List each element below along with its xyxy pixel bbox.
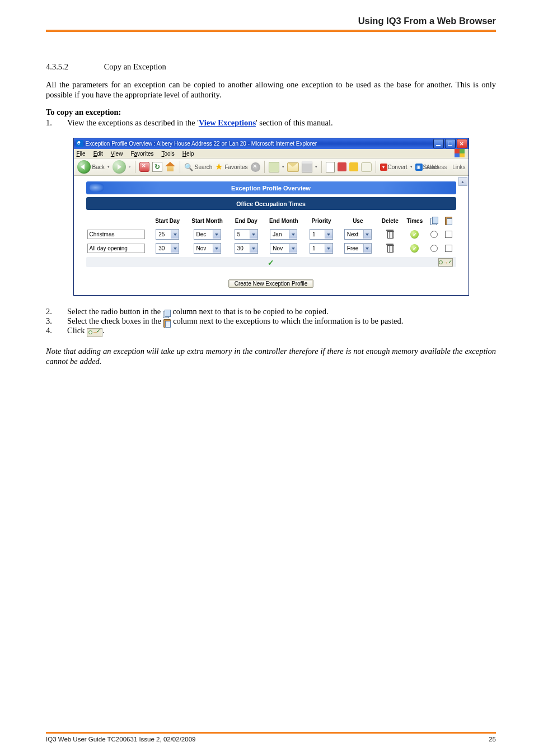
address-label: Address (426, 164, 447, 170)
forward-button[interactable] (113, 160, 126, 174)
tick-icon[interactable]: ✓ (268, 258, 274, 267)
col-end-month: End Month (263, 214, 304, 227)
note-paragraph: Note that adding an exception will take … (46, 346, 496, 366)
delete-icon[interactable] (386, 244, 394, 252)
back-button[interactable] (77, 160, 91, 174)
paste-header-icon (445, 216, 453, 225)
search-icon[interactable]: 🔍 (184, 163, 193, 171)
priority-select[interactable]: 1 (310, 243, 333, 254)
start-day-select[interactable]: 30 (156, 243, 179, 254)
delete-icon[interactable] (386, 230, 394, 238)
header-orange-rule (46, 30, 496, 32)
menu-favorites[interactable]: Favorites (129, 151, 155, 157)
step-3-text: Select the check boxes in the column nex… (67, 316, 496, 326)
page-title-band: Exception Profile Overview (86, 181, 456, 194)
start-day-select[interactable]: 25 (156, 229, 179, 240)
print-icon[interactable] (302, 161, 312, 172)
menu-bar: File Edit View Favorites Tools Help (74, 149, 469, 158)
toolbar: Back ▾ ▾ 🔍 Search ★ Favorites ▾ ▾ (74, 158, 469, 176)
use-select[interactable]: Next (344, 229, 372, 240)
header-title: Using IQ3 From a Web Browser (358, 16, 496, 26)
home-button[interactable] (165, 162, 176, 172)
step-number: 1. (46, 118, 67, 128)
links-label: Links (452, 164, 465, 170)
copy-inline-icon (163, 310, 171, 318)
ie-icon (76, 140, 83, 147)
copy-radio[interactable] (430, 245, 438, 252)
paste-inline-icon (163, 319, 171, 327)
step-2-text: Select the radio button in the column ne… (67, 307, 496, 316)
step-number: 4. (46, 326, 67, 336)
copy-radio[interactable] (430, 231, 438, 238)
history-icon[interactable] (251, 162, 260, 172)
procedure-heading: To copy an exception: (46, 108, 496, 117)
col-delete: Delete (377, 214, 402, 227)
start-month-select[interactable]: Nov (194, 243, 221, 254)
start-month-select[interactable]: Dec (194, 229, 221, 240)
exception-name-input[interactable] (87, 230, 145, 239)
window-titlebar: Exception Profile Overview : Albery Hous… (74, 138, 469, 149)
end-day-select[interactable]: 5 (235, 229, 258, 240)
page-header: Using IQ3 From a Web Browser (46, 16, 496, 30)
scroll-up-button[interactable] (458, 177, 467, 186)
mail-icon[interactable] (287, 162, 299, 172)
menu-tools[interactable]: Tools (160, 151, 176, 157)
favorites-icon[interactable]: ★ (215, 161, 223, 172)
apply-row: ✓ (86, 257, 456, 267)
pdf-convert[interactable]: ▾Convert (380, 164, 407, 171)
table-row: 25 Dec 5 Jan 1 Next (86, 227, 456, 241)
copy-go-button[interactable] (438, 258, 453, 267)
intro-paragraph: All the parameters for an exception can … (46, 80, 496, 100)
window-minimize-button[interactable] (433, 139, 444, 148)
footer-page-number: 25 (489, 736, 496, 743)
go-inline-icon: →✓ (87, 328, 102, 337)
toolbar-icon-yellow[interactable] (349, 162, 358, 171)
windows-flag-icon (453, 149, 466, 157)
end-day-select[interactable]: 30 (235, 243, 258, 254)
menu-edit[interactable]: Edit (92, 151, 105, 157)
footer-orange-rule (46, 732, 496, 734)
window-close-button[interactable] (457, 139, 467, 148)
exception-table: Start Day Start Month End Day End Month … (86, 214, 456, 255)
toolbar-icon-red[interactable] (338, 162, 346, 171)
col-start-day: Start Day (150, 214, 185, 227)
menu-view[interactable]: View (109, 151, 125, 157)
create-exception-button[interactable]: Create New Exception Profile (228, 279, 314, 288)
browser-client-area: Exception Profile Overview Office Occupa… (74, 176, 469, 295)
toolbar-icon-1[interactable] (269, 162, 279, 172)
step-number: 3. (46, 316, 67, 326)
back-label: Back (92, 164, 105, 170)
edit-icon[interactable] (326, 162, 335, 172)
view-exceptions-link[interactable]: View Exceptions (199, 118, 256, 127)
section-heading: 4.3.5.2 Copy an Exception (46, 62, 496, 72)
paste-checkbox[interactable] (445, 245, 452, 252)
table-row: 30 Nov 30 Nov 1 Free (86, 241, 456, 255)
discuss-icon[interactable] (361, 162, 372, 172)
use-select[interactable]: Free (344, 243, 372, 254)
times-icon[interactable] (410, 230, 419, 239)
priority-select[interactable]: 1 (310, 229, 333, 240)
section-number: 4.3.5.2 (46, 62, 102, 72)
favorites-label: Favorites (224, 164, 247, 170)
stop-button[interactable] (139, 162, 149, 172)
section-title: Copy an Exception (104, 62, 166, 71)
end-month-select[interactable]: Nov (270, 243, 297, 254)
end-month-select[interactable]: Jan (270, 229, 297, 240)
times-icon[interactable] (410, 244, 419, 253)
step-number: 2. (46, 307, 67, 316)
trend-logo-icon (90, 183, 104, 192)
menu-help[interactable]: Help (181, 151, 196, 157)
col-start-month: Start Month (185, 214, 229, 227)
search-label: Search (195, 164, 213, 170)
col-times: Times (402, 214, 427, 227)
step-4-text: Click →✓. (67, 326, 496, 336)
col-use: Use (338, 214, 377, 227)
menu-file[interactable]: File (75, 151, 87, 157)
refresh-button[interactable] (152, 162, 162, 172)
exception-name-input[interactable] (87, 244, 145, 253)
step-1-text: View the exceptions as described in the … (67, 118, 496, 128)
paste-checkbox[interactable] (445, 231, 452, 238)
window-maximize-button[interactable] (445, 139, 456, 148)
col-priority: Priority (305, 214, 339, 227)
subtitle-band: Office Occupation Times (86, 197, 456, 210)
